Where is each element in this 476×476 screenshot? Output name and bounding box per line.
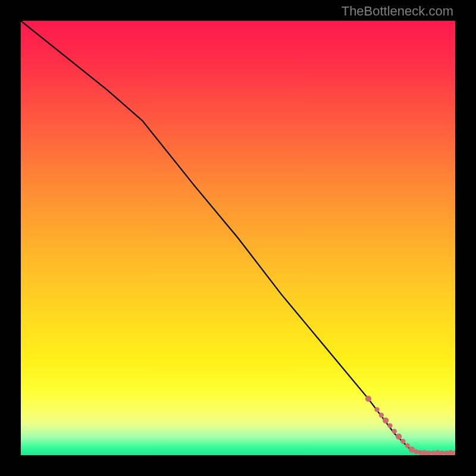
chart-frame: TheBottleneck.com <box>0 0 476 476</box>
plot-area <box>21 21 455 455</box>
marker-dot <box>383 417 389 423</box>
marker-dot <box>414 449 418 454</box>
marker-dot <box>387 423 392 428</box>
marker-dot <box>379 413 384 418</box>
watermark-text: TheBottleneck.com <box>342 4 453 19</box>
marker-dot <box>374 407 379 412</box>
markers-group <box>365 396 455 455</box>
marker-dot <box>400 439 405 443</box>
marker-dot <box>365 396 371 402</box>
chart-overlay <box>21 21 455 455</box>
curve-line <box>21 21 455 453</box>
marker-dot <box>392 429 397 434</box>
marker-dot <box>440 450 444 455</box>
marker-dot <box>396 433 402 439</box>
marker-dot <box>405 443 410 448</box>
marker-dot <box>427 450 431 455</box>
